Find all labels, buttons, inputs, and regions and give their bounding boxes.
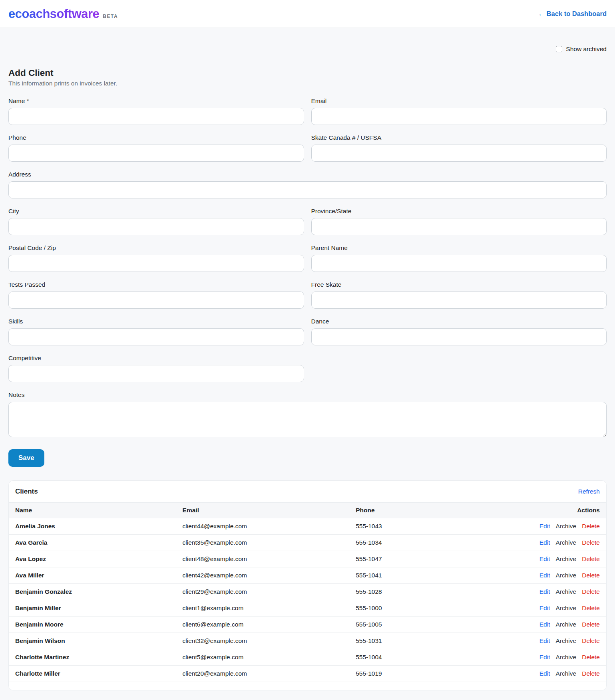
client-phone-cell: 555-1034 [349,535,517,551]
client-row: Amelia Jonesclient44@example.com555-1043… [9,518,606,535]
skills-input[interactable] [8,328,304,345]
client-phone-cell: 555-1041 [349,567,517,584]
tests-passed-input[interactable] [8,292,304,309]
refresh-link[interactable]: Refresh [578,488,600,495]
delete-link[interactable]: Delete [582,523,600,529]
delete-link[interactable]: Delete [582,621,600,628]
delete-link[interactable]: Delete [582,654,600,660]
client-email-cell: client20@example.com [176,666,350,682]
delete-link[interactable]: Delete [582,588,600,595]
city-field-group: City [8,208,304,235]
edit-link[interactable]: Edit [539,654,550,660]
archive-link[interactable]: Archive [556,539,577,546]
clients-card: Clients Refresh Name Email Phone Actions… [8,480,607,690]
skate-number-input[interactable] [311,145,607,162]
name-field-group: Name * [8,97,304,125]
notes-textarea[interactable] [8,402,607,437]
delete-link[interactable]: Delete [582,572,600,579]
edit-link[interactable]: Edit [539,523,550,529]
delete-link[interactable]: Delete [582,637,600,644]
archive-link[interactable]: Archive [556,605,577,611]
province-label: Province/State [311,208,607,215]
client-row: Charlotte Martinezclient5@example.com555… [9,649,606,666]
notes-label: Notes [8,391,607,399]
column-header-phone: Phone [349,503,517,518]
client-email-cell: client1@example.com [176,600,350,617]
edit-link[interactable]: Edit [539,572,550,579]
dance-input[interactable] [311,328,607,345]
parent-name-field-group: Parent Name [311,244,607,272]
archive-link[interactable]: Archive [556,588,577,595]
edit-link[interactable]: Edit [539,588,550,595]
client-row: Charlotte Millerclient20@example.com555-… [9,666,606,682]
email-input[interactable] [311,108,607,125]
client-row: Benjamin Gonzalezclient29@example.com555… [9,584,606,600]
clients-table: Name Email Phone Actions Amelia Jonescli… [9,502,606,682]
archive-link[interactable]: Archive [556,654,577,660]
postal-code-field-group: Postal Code / Zip [8,244,304,272]
email-field-group: Email [311,97,607,125]
phone-label: Phone [8,134,304,141]
notes-field-group: Notes [8,391,607,439]
archive-link[interactable]: Archive [556,555,577,562]
client-phone-cell: 555-1028 [349,584,517,600]
archive-link[interactable]: Archive [556,637,577,644]
name-label: Name * [8,97,304,105]
competitive-input[interactable] [8,365,304,382]
client-email-cell: client5@example.com [176,649,350,666]
column-header-actions: Actions [517,503,606,518]
client-actions-cell: EditArchiveDelete [517,518,606,535]
delete-link[interactable]: Delete [582,605,600,611]
postal-code-input[interactable] [8,255,304,272]
edit-link[interactable]: Edit [539,670,550,677]
name-input[interactable] [8,108,304,125]
client-actions-cell: EditArchiveDelete [517,567,606,584]
app-logo: ecoachsoftware [8,7,99,21]
province-field-group: Province/State [311,208,607,235]
client-row: Benjamin Wilsonclient32@example.com555-1… [9,633,606,649]
save-button[interactable]: Save [8,449,44,467]
archive-link[interactable]: Archive [556,621,577,628]
clients-card-header: Clients Refresh [9,481,606,502]
delete-link[interactable]: Delete [582,670,600,677]
archive-link[interactable]: Archive [556,523,577,529]
tests-passed-field-group: Tests Passed [8,281,304,309]
dance-label: Dance [311,318,607,325]
city-label: City [8,208,304,215]
free-skate-input[interactable] [311,292,607,309]
edit-link[interactable]: Edit [539,555,550,562]
delete-link[interactable]: Delete [582,555,600,562]
client-row: Benjamin Mooreclient6@example.com555-100… [9,617,606,633]
edit-link[interactable]: Edit [539,539,550,546]
client-name-cell: Benjamin Gonzalez [9,584,176,600]
show-archived-checkbox[interactable] [556,46,562,52]
dance-field-group: Dance [311,318,607,345]
address-input[interactable] [8,181,607,198]
skate-number-field-group: Skate Canada # / USFSA [311,134,607,162]
client-name-cell: Amelia Jones [9,518,176,535]
client-email-cell: client6@example.com [176,617,350,633]
client-name-cell: Charlotte Martinez [9,649,176,666]
skills-label: Skills [8,318,304,325]
free-skate-field-group: Free Skate [311,281,607,309]
phone-input[interactable] [8,145,304,162]
edit-link[interactable]: Edit [539,605,550,611]
client-actions-cell: EditArchiveDelete [517,600,606,617]
back-to-dashboard-link[interactable]: ← Back to Dashboard [538,10,607,18]
client-actions-cell: EditArchiveDelete [517,633,606,649]
province-input[interactable] [311,218,607,235]
edit-link[interactable]: Edit [539,637,550,644]
archive-link[interactable]: Archive [556,670,577,677]
brand: ecoachsoftware BETA [8,7,118,21]
client-row: Ava Garciaclient35@example.com555-1034Ed… [9,535,606,551]
city-input[interactable] [8,218,304,235]
edit-link[interactable]: Edit [539,621,550,628]
phone-field-group: Phone [8,134,304,162]
parent-name-input[interactable] [311,255,607,272]
archive-link[interactable]: Archive [556,572,577,579]
free-skate-label: Free Skate [311,281,607,288]
delete-link[interactable]: Delete [582,539,600,546]
clients-table-header-row: Name Email Phone Actions [9,503,606,518]
client-phone-cell: 555-1000 [349,600,517,617]
address-field-group: Address [8,171,607,198]
